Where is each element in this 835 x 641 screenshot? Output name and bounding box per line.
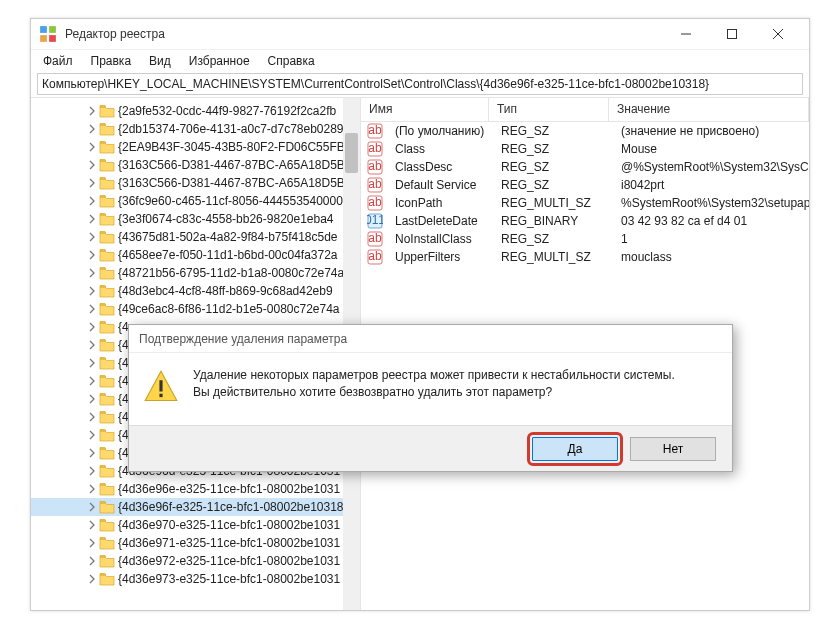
tree-item[interactable]: {4d36e973-e325-11ce-bfc1-08002be1031 bbox=[31, 570, 360, 588]
tree-item-label: {2EA9B43F-3045-43B5-80F2-FD06C55FBE bbox=[118, 140, 353, 154]
expand-icon[interactable] bbox=[85, 446, 99, 460]
confirm-dialog: Подтверждение удаления параметра Удалени… bbox=[128, 324, 733, 472]
value-name: NoInstallClass bbox=[387, 232, 493, 246]
menu-edit[interactable]: Правка bbox=[83, 52, 140, 70]
dialog-line2: Вы действительно хотите безвозвратно уда… bbox=[193, 384, 675, 401]
tree-item[interactable]: {3163C566-D381-4467-87BC-A65A18D5B bbox=[31, 174, 360, 192]
window-title: Редактор реестра bbox=[65, 27, 663, 41]
value-name: Class bbox=[387, 142, 493, 156]
expand-icon[interactable] bbox=[85, 122, 99, 136]
expand-icon[interactable] bbox=[85, 266, 99, 280]
svg-rect-25 bbox=[159, 380, 162, 391]
tree-item-label: {3e3f0674-c83c-4558-bb26-9820e1eba4 bbox=[118, 212, 334, 226]
expand-icon[interactable] bbox=[85, 320, 99, 334]
expand-icon[interactable] bbox=[85, 140, 99, 154]
expand-icon[interactable] bbox=[85, 518, 99, 532]
menu-favorites[interactable]: Избранное bbox=[181, 52, 258, 70]
value-row[interactable]: abIconPathREG_MULTI_SZ%SystemRoot%\Syste… bbox=[361, 194, 809, 212]
dialog-buttons: Да Нет bbox=[129, 425, 732, 471]
expand-icon[interactable] bbox=[85, 158, 99, 172]
tree-item-label: {48721b56-6795-11d2-b1a8-0080c72e74a bbox=[118, 266, 344, 280]
svg-rect-2 bbox=[40, 35, 47, 42]
value-type: REG_SZ bbox=[493, 232, 613, 246]
tree-item[interactable]: {2db15374-706e-4131-a0c7-d7c78eb0289 bbox=[31, 120, 360, 138]
maximize-button[interactable] bbox=[709, 19, 755, 49]
expand-icon[interactable] bbox=[85, 554, 99, 568]
expand-icon[interactable] bbox=[85, 482, 99, 496]
col-header-name[interactable]: Имя bbox=[361, 98, 489, 121]
value-row[interactable]: abUpperFiltersREG_MULTI_SZmouclass bbox=[361, 248, 809, 266]
close-button[interactable] bbox=[755, 19, 801, 49]
value-type: REG_MULTI_SZ bbox=[493, 196, 613, 210]
expand-icon[interactable] bbox=[85, 410, 99, 424]
tree-item[interactable]: {4d36e96e-e325-11ce-bfc1-08002be1031 bbox=[31, 480, 360, 498]
expand-icon[interactable] bbox=[85, 248, 99, 262]
expand-icon[interactable] bbox=[85, 356, 99, 370]
menubar: Файл Правка Вид Избранное Справка bbox=[31, 49, 809, 71]
value-name: IconPath bbox=[387, 196, 493, 210]
menu-file[interactable]: Файл bbox=[35, 52, 81, 70]
expand-icon[interactable] bbox=[85, 230, 99, 244]
menu-help[interactable]: Справка bbox=[260, 52, 323, 70]
minimize-button[interactable] bbox=[663, 19, 709, 49]
value-type: REG_SZ bbox=[493, 160, 613, 174]
tree-item[interactable]: {4658ee7e-f050-11d1-b6bd-00c04fa372a bbox=[31, 246, 360, 264]
col-header-value[interactable]: Значение bbox=[609, 98, 809, 121]
tree-item[interactable]: {2EA9B43F-3045-43B5-80F2-FD06C55FBE bbox=[31, 138, 360, 156]
value-data: mouclass bbox=[613, 250, 809, 264]
tree-item[interactable]: {2a9fe532-0cdc-44f9-9827-76192f2ca2fb bbox=[31, 102, 360, 120]
value-data: Mouse bbox=[613, 142, 809, 156]
value-type: REG_SZ bbox=[493, 124, 613, 138]
value-row[interactable]: abNoInstallClassREG_SZ1 bbox=[361, 230, 809, 248]
expand-icon[interactable] bbox=[85, 212, 99, 226]
value-row[interactable]: abClassREG_SZMouse bbox=[361, 140, 809, 158]
tree-item[interactable]: {4d36e970-e325-11ce-bfc1-08002be1031 bbox=[31, 516, 360, 534]
expand-icon[interactable] bbox=[85, 302, 99, 316]
registry-editor-window: Редактор реестра Файл Правка Вид Избранн… bbox=[30, 18, 810, 611]
expand-icon[interactable] bbox=[85, 176, 99, 190]
tree-item[interactable]: {48d3ebc4-4cf8-48ff-b869-9c68ad42eb9 bbox=[31, 282, 360, 300]
dialog-text: Удаление некоторых параметров реестра мо… bbox=[193, 367, 675, 419]
svg-text:ab: ab bbox=[368, 141, 382, 155]
yes-button[interactable]: Да bbox=[532, 437, 618, 461]
expand-icon[interactable] bbox=[85, 284, 99, 298]
no-button[interactable]: Нет bbox=[630, 437, 716, 461]
svg-text:ab: ab bbox=[368, 249, 382, 263]
svg-text:ab: ab bbox=[368, 231, 382, 245]
svg-text:ab: ab bbox=[368, 123, 382, 137]
expand-icon[interactable] bbox=[85, 464, 99, 478]
tree-item[interactable]: {48721b56-6795-11d2-b1a8-0080c72e74a bbox=[31, 264, 360, 282]
scrollbar-thumb[interactable] bbox=[345, 133, 358, 173]
expand-icon[interactable] bbox=[85, 428, 99, 442]
expand-icon[interactable] bbox=[85, 536, 99, 550]
value-row[interactable]: abClassDescREG_SZ@%SystemRoot%\System32\… bbox=[361, 158, 809, 176]
expand-icon[interactable] bbox=[85, 572, 99, 586]
tree-item-label: {3163C566-D381-4467-87BC-A65A18D5B bbox=[118, 158, 345, 172]
tree-item[interactable]: {4d36e971-e325-11ce-bfc1-08002be1031 bbox=[31, 534, 360, 552]
col-header-type[interactable]: Тип bbox=[489, 98, 609, 121]
expand-icon[interactable] bbox=[85, 392, 99, 406]
tree-item-label: {36fc9e60-c465-11cf-8056-444553540000 bbox=[118, 194, 343, 208]
value-row[interactable]: 011LastDeleteDateREG_BINARY03 42 93 82 c… bbox=[361, 212, 809, 230]
value-row[interactable]: abDefault ServiceREG_SZi8042prt bbox=[361, 176, 809, 194]
expand-icon[interactable] bbox=[85, 500, 99, 514]
address-bar[interactable]: Компьютер\HKEY_LOCAL_MACHINE\SYSTEM\Curr… bbox=[37, 73, 803, 95]
app-icon bbox=[39, 25, 57, 43]
value-data: @%SystemRoot%\System32\SysCla bbox=[613, 160, 809, 174]
expand-icon[interactable] bbox=[85, 194, 99, 208]
tree-item-label: {49ce6ac8-6f86-11d2-b1e5-0080c72e74a bbox=[118, 302, 340, 316]
tree-item[interactable]: {3e3f0674-c83c-4558-bb26-9820e1eba4 bbox=[31, 210, 360, 228]
tree-item[interactable]: {3163C566-D381-4467-87BC-A65A18D5B bbox=[31, 156, 360, 174]
tree-item[interactable]: {49ce6ac8-6f86-11d2-b1e5-0080c72e74a bbox=[31, 300, 360, 318]
value-name: Default Service bbox=[387, 178, 493, 192]
tree-item-label: {4d36e971-e325-11ce-bfc1-08002be1031 bbox=[118, 536, 340, 550]
value-row[interactable]: ab(По умолчанию)REG_SZ(значение не присв… bbox=[361, 122, 809, 140]
expand-icon[interactable] bbox=[85, 338, 99, 352]
tree-item[interactable]: {4d36e96f-e325-11ce-bfc1-08002be10318 bbox=[31, 498, 360, 516]
tree-item[interactable]: {4d36e972-e325-11ce-bfc1-08002be1031 bbox=[31, 552, 360, 570]
tree-item[interactable]: {43675d81-502a-4a82-9f84-b75f418c5de bbox=[31, 228, 360, 246]
expand-icon[interactable] bbox=[85, 104, 99, 118]
tree-item[interactable]: {36fc9e60-c465-11cf-8056-444553540000 bbox=[31, 192, 360, 210]
menu-view[interactable]: Вид bbox=[141, 52, 179, 70]
expand-icon[interactable] bbox=[85, 374, 99, 388]
